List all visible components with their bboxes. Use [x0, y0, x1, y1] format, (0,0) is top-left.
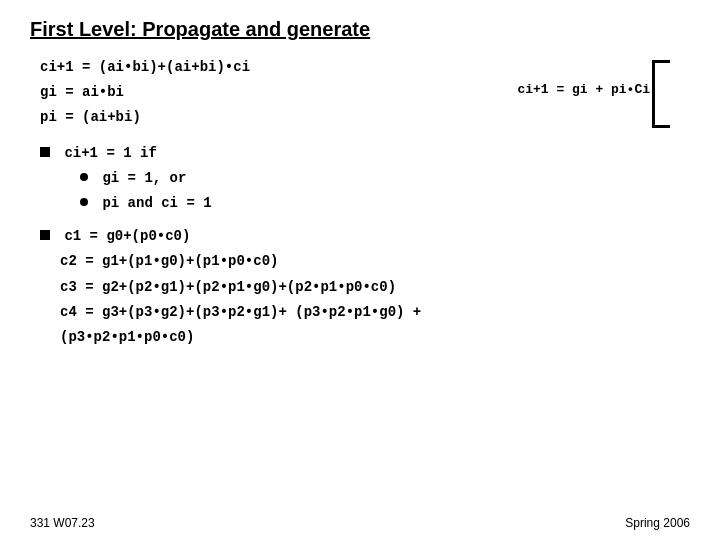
eq-ci1: ci+1 = (ai•bi)+(ai+bi)•ci	[40, 55, 690, 80]
bullet1-sub1: gi = 1, or pi and ci = 1	[80, 166, 690, 216]
c4-row-line1: c4 = g3+(p3•g2)+(p3•p2•g1)+ (p3•p2•p1•g0…	[60, 300, 690, 325]
brace-label: ci+1 = gi + pi•Ci	[517, 82, 650, 97]
slide-title: First Level: Propagate and generate	[30, 18, 690, 41]
c3-row: c3 = g2+(p2•g1)+(p2•p1•g0)+(p2•p1•p0•c0)	[60, 275, 690, 300]
footer-left: 331 W07.23	[30, 516, 95, 530]
slide-page: First Level: Propagate and generate ci+1…	[0, 0, 720, 540]
square-bullet-2	[40, 230, 50, 240]
square-bullet-1	[40, 147, 50, 157]
round-bullet-2	[80, 198, 88, 206]
footer-right: Spring 2006	[625, 516, 690, 530]
right-brace	[652, 60, 670, 128]
c4-row-line2: (p3•p2•p1•p0•c0)	[60, 325, 690, 350]
bullet2-header: c1 = g0+(p0•c0)	[40, 224, 690, 249]
bullet2-section: c1 = g0+(p0•c0) c2 = g1+(p1•g0)+(p1•p0•c…	[40, 224, 690, 350]
c2-row: c2 = g1+(p1•g0)+(p1•p0•c0)	[60, 249, 690, 274]
eq-pi: pi = (ai+bi)	[40, 105, 690, 130]
bullet1-section: ci+1 = 1 if gi = 1, or pi and ci = 1	[40, 141, 690, 217]
bullet1-header: ci+1 = 1 if	[40, 141, 690, 166]
round-bullet-1	[80, 173, 88, 181]
footer: 331 W07.23 Spring 2006	[30, 516, 690, 530]
